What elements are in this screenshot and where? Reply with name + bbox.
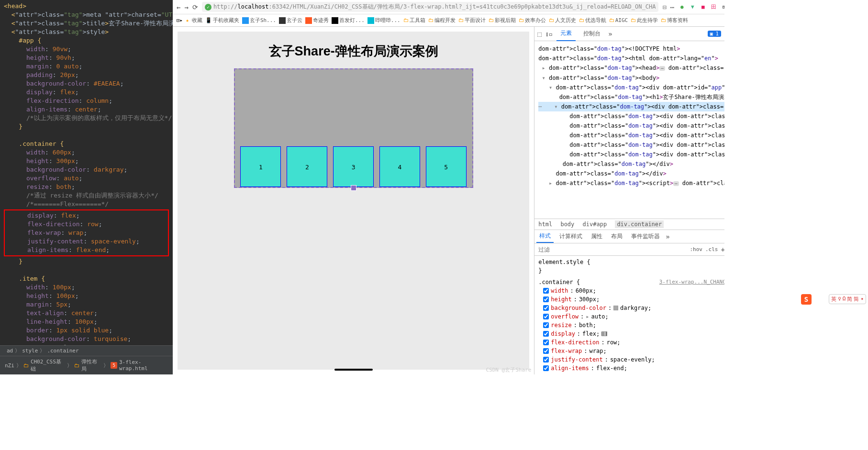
tab-layout[interactable]: 布局: [608, 230, 625, 242]
extension-icons: ● ▼ ■ 田 ⊞ ⭳: [678, 3, 724, 11]
drag-bar[interactable]: [334, 369, 373, 371]
bookmark-item[interactable]: 玄子云: [279, 17, 302, 24]
bookmark-folder[interactable]: 🗀平面设计: [458, 17, 486, 24]
tab-elements[interactable]: 元素: [556, 27, 576, 41]
code-area[interactable]: <head> <"attr">class="tag">meta "attr">c…: [0, 0, 173, 345]
more-url-icon[interactable]: ⋯: [670, 3, 674, 11]
code-editor-panel: <head> <"attr">class="tag">meta "attr">c…: [0, 0, 173, 374]
reload-button[interactable]: ⟳: [192, 3, 198, 11]
reader-icon[interactable]: ⊟: [662, 3, 666, 11]
bookmark-folder[interactable]: 🗀博客资料: [661, 17, 688, 24]
ext-icon[interactable]: 田: [710, 3, 717, 11]
tab-props[interactable]: 属性: [588, 230, 605, 242]
browser-panel: ← → ⟳ ✓ http://localhost:63342/HTML/Xuan…: [173, 0, 724, 374]
bookmark-bar: ⊡▸ ★收藏 📱手机收藏夹 玄子Sh... 玄子云 奇迹秀 首发灯... 哔哩哔…: [173, 14, 724, 27]
flex-item: 3: [333, 146, 374, 187]
flex-item: 1: [240, 146, 281, 187]
bookmark-folder[interactable]: 🗀AIGC: [609, 17, 628, 23]
site-lock-icon: ✓: [205, 4, 211, 11]
bookmark-item[interactable]: 哔哩哔...: [367, 17, 401, 24]
bookmark-item[interactable]: 收藏: [192, 17, 202, 24]
ext-icon[interactable]: ■: [699, 3, 707, 11]
editor-breadcrumb-top[interactable]: ad〉style〉.container: [0, 345, 173, 356]
devtools-tabs: ⬚ ⫾▫ 元素 控制台 » ▣ 1 ⚙ ⋮: [534, 27, 724, 41]
flex-item: 5: [426, 146, 467, 187]
inspect-icon[interactable]: ⬚: [537, 30, 541, 38]
css-prop-checkbox[interactable]: [543, 340, 549, 345]
css-prop-checkbox[interactable]: [543, 331, 549, 337]
url-input[interactable]: ✓ http://localhost:63342/HTML/XuanZi/CH0…: [202, 2, 659, 12]
bookmark-folder[interactable]: 🗀人文历史: [549, 17, 576, 24]
issue-badge[interactable]: ▣ 1: [708, 31, 721, 37]
url-text: http://localhost:63342/HTML/XuanZi/CH02_…: [213, 3, 656, 11]
plus-icon[interactable]: +: [721, 246, 724, 253]
app-area: 玄子Share-弹性布局演示案例 1 2 3 4 5: [178, 32, 529, 370]
ext-icon[interactable]: ⊞: [720, 3, 724, 11]
dom-breadcrumb[interactable]: html body div#app div.container: [534, 219, 724, 230]
resize-handle[interactable]: [351, 185, 356, 191]
watermark: CSDN @玄子Share: [486, 366, 531, 373]
bookmark-folder[interactable]: 🗀效率办公: [519, 17, 546, 24]
tab-styles[interactable]: 样式: [536, 230, 554, 243]
html-file-icon: 5: [111, 362, 117, 369]
apps-icon[interactable]: ⊡▸: [177, 17, 183, 23]
back-button[interactable]: ←: [177, 3, 180, 11]
styles-tabs: 样式 计算样式 属性 布局 事件监听器 »: [534, 230, 724, 243]
devtools-panel: ⬚ ⫾▫ 元素 控制台 » ▣ 1 ⚙ ⋮ dom-attr">class="d…: [534, 27, 724, 374]
more-tabs-icon[interactable]: »: [608, 30, 612, 38]
css-prop-checkbox[interactable]: [543, 288, 549, 294]
tab-computed[interactable]: 计算样式: [556, 230, 585, 242]
styles-filter-row: :hov .cls + ⎘ ▥: [534, 243, 724, 256]
bookmark-item[interactable]: 首发灯...: [332, 17, 365, 24]
css-prop-checkbox[interactable]: [543, 348, 549, 354]
hov-toggle[interactable]: :hov: [690, 246, 702, 252]
css-prop-checkbox[interactable]: [543, 365, 549, 371]
page-preview: 玄子Share-弹性布局演示案例 1 2 3 4 5 CSDN @玄子Share: [173, 27, 534, 374]
styles-body[interactable]: element.style {}3-flex-wrap...N_CHANGE:1…: [534, 256, 724, 374]
bookmark-folder[interactable]: 🗀工具箱: [403, 17, 425, 24]
device-icon[interactable]: ⫾▫: [545, 30, 553, 38]
css-prop-checkbox[interactable]: [543, 314, 549, 319]
styles-filter-input[interactable]: [538, 246, 687, 253]
bookmark-folder[interactable]: 🗀编程开发: [428, 17, 456, 24]
tab-events[interactable]: 事件监听器: [628, 230, 663, 242]
flex-item: 2: [287, 146, 327, 187]
more-tabs-icon[interactable]: »: [666, 233, 669, 241]
cls-toggle[interactable]: .cls: [705, 246, 718, 252]
bookmark-folder[interactable]: 🗀影视后期: [489, 17, 516, 24]
forward-button[interactable]: →: [184, 3, 188, 11]
ext-icon[interactable]: ●: [678, 3, 686, 11]
address-bar: ← → ⟳ ✓ http://localhost:63342/HTML/Xuan…: [173, 0, 724, 14]
flex-item: 4: [379, 146, 420, 187]
page-title: 玄子Share-弹性布局演示案例: [269, 43, 438, 60]
css-prop-checkbox[interactable]: [543, 357, 549, 362]
editor-breadcrumb-bottom[interactable]: nZi〉 🗀CH02_CSS基础〉 🗀弹性布局〉 53-flex-wrap.ht…: [0, 356, 173, 374]
dom-tree[interactable]: dom-attr">class="dom-tag"><!DOCTYPE html…: [534, 41, 724, 219]
css-prop-checkbox[interactable]: [543, 322, 549, 328]
star-icon: ★: [186, 17, 189, 23]
bookmark-folder[interactable]: 🗀优选导航: [579, 17, 606, 24]
bookmark-item[interactable]: 📱手机收藏夹: [205, 17, 239, 24]
bookmark-item[interactable]: 奇迹秀: [305, 17, 329, 24]
css-prop-checkbox[interactable]: [543, 296, 549, 302]
vue-ext-icon[interactable]: ▼: [689, 3, 696, 11]
bookmark-item[interactable]: 玄子Sh...: [242, 17, 276, 24]
bookmark-folder[interactable]: 🗀此生待学: [631, 17, 658, 24]
css-prop-checkbox[interactable]: [543, 305, 549, 311]
tab-console[interactable]: 控制台: [579, 27, 604, 41]
flex-container[interactable]: 1 2 3 4 5: [234, 68, 473, 188]
